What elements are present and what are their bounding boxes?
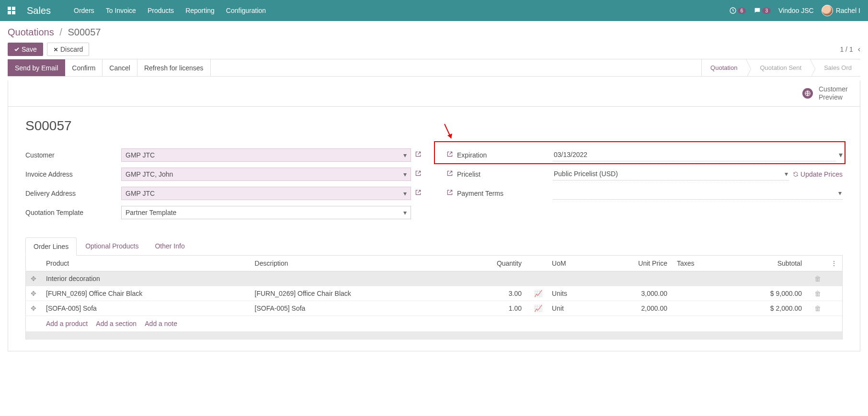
discard-button[interactable]: Discard (47, 43, 89, 56)
user-menu[interactable]: Rachel I (822, 5, 860, 16)
tab-order-lines[interactable]: Order Lines (25, 237, 77, 256)
external-link-icon[interactable] (445, 170, 454, 179)
col-taxes: Taxes (672, 256, 725, 271)
cell-taxes (672, 301, 725, 315)
activity-icon[interactable]: 6 (729, 7, 746, 14)
section-label: Interior decoration (41, 271, 807, 286)
stage-quotation[interactable]: Quotation (701, 59, 746, 76)
kebab-icon[interactable]: ⋮ (826, 256, 842, 271)
add-note-link[interactable]: Add a note (145, 320, 177, 327)
globe-icon (802, 88, 813, 99)
chat-badge: 3 (762, 8, 771, 14)
drag-handle-icon[interactable]: ✥ (26, 271, 41, 286)
drag-handle-icon[interactable]: ✥ (26, 286, 41, 301)
pricelist-select[interactable]: Public Pricelist (USD) ▾ (553, 168, 789, 180)
label-customer: Customer (25, 151, 121, 159)
nav-link-orders[interactable]: Orders (74, 7, 94, 14)
save-button[interactable]: Save (8, 43, 43, 56)
col-uom: UoM (547, 256, 596, 271)
breadcrumb-current: S00057 (68, 27, 101, 37)
nav-link-reporting[interactable]: Reporting (185, 7, 215, 14)
update-prices-link[interactable]: Update Prices (793, 170, 843, 178)
cell-taxes (672, 286, 725, 301)
activity-badge: 6 (738, 8, 746, 14)
chart-icon[interactable]: 📈 (534, 290, 542, 297)
status-bar: Send by Email Confirm Cancel Refresh for… (8, 59, 860, 77)
label-invoice-address: Invoice Address (25, 170, 121, 178)
trash-icon[interactable]: 🗑 (814, 290, 821, 297)
stage-sales-order[interactable]: Sales Ord (810, 59, 860, 76)
chat-icon[interactable]: 3 (754, 7, 771, 14)
quotation-template-select[interactable]: Partner Template ▾ (121, 206, 411, 219)
breadcrumb: Quotations / S00057 (8, 27, 860, 38)
chevron-down-icon: ▾ (403, 170, 407, 178)
breadcrumb-root[interactable]: Quotations (8, 27, 54, 37)
add-product-link[interactable]: Add a product (46, 320, 88, 327)
form-left-col: Customer GMP JTC ▾ Invoice Addr (25, 147, 423, 224)
avatar (822, 5, 833, 16)
table-header-row: Product Description Quantity UoM Unit Pr… (26, 256, 842, 271)
confirm-button[interactable]: Confirm (65, 59, 103, 76)
tab-other-info[interactable]: Other Info (147, 237, 192, 256)
nav-menu: Orders To Invoice Products Reporting Con… (74, 7, 266, 14)
form-sheet: Customer Preview S00057 Customer (8, 80, 860, 351)
pager: 1 / 1 ‹ (840, 45, 860, 54)
delivery-address-select[interactable]: GMP JTC ▾ (121, 187, 411, 200)
tab-optional-products[interactable]: Optional Products (78, 237, 146, 256)
cell-unit: 3,000.00 (596, 286, 672, 301)
chart-icon[interactable]: 📈 (534, 304, 542, 312)
record-title: S00057 (25, 118, 843, 134)
apps-icon[interactable] (8, 7, 15, 14)
col-quantity: Quantity (458, 256, 526, 271)
chevron-down-icon: ▾ (785, 170, 788, 178)
nav-link-products[interactable]: Products (148, 7, 174, 14)
tabs: Order Lines Optional Products Other Info (25, 237, 843, 256)
table-row[interactable]: ✥ [FURN_0269] Office Chair Black [FURN_0… (26, 286, 842, 301)
payment-terms-select[interactable]: ▾ (553, 187, 843, 200)
annotation-arrow-icon (443, 122, 454, 141)
external-link-icon[interactable] (414, 151, 423, 159)
table-spacer (26, 331, 842, 338)
chevron-down-icon: ▾ (838, 189, 842, 197)
label-pricelist: Pricelist (457, 170, 553, 178)
invoice-address-select[interactable]: GMP JTC, John ▾ (121, 168, 411, 181)
user-name: Rachel I (836, 7, 860, 14)
cell-description: [SOFA-005] Sofa (250, 301, 459, 315)
cell-qty: 1.00 (458, 301, 526, 315)
pager-text: 1 / 1 (840, 45, 853, 53)
stage-quotation-sent[interactable]: Quotation Sent (746, 59, 810, 76)
customer-select[interactable]: GMP JTC ▾ (121, 148, 411, 162)
external-link-icon[interactable] (414, 170, 423, 179)
brand[interactable]: Sales (27, 5, 51, 16)
company-name[interactable]: Vindoo JSC (778, 7, 814, 14)
external-link-icon[interactable] (445, 189, 454, 198)
nav-link-configuration[interactable]: Configuration (226, 7, 266, 14)
cell-product: [SOFA-005] Sofa (41, 301, 250, 315)
nav-link-to-invoice[interactable]: To Invoice (106, 7, 136, 14)
label-delivery-address: Delivery Address (25, 190, 121, 197)
annotation-highlight (434, 141, 845, 164)
cell-qty: 3.00 (458, 286, 526, 301)
cell-unit: 2,000.00 (596, 301, 672, 315)
control-bar: Quotations / S00057 Save Discard 1 / 1 ‹… (0, 21, 868, 80)
discard-label: Discard (60, 45, 83, 53)
chevron-down-icon: ▾ (403, 209, 407, 216)
refresh-licenses-button[interactable]: Refresh for licenses (137, 59, 211, 76)
pager-prev-icon[interactable]: ‹ (858, 45, 860, 54)
top-nav: Sales Orders To Invoice Products Reporti… (0, 0, 868, 21)
section-row[interactable]: ✥ Interior decoration 🗑 (26, 271, 842, 286)
cancel-button[interactable]: Cancel (103, 59, 137, 76)
trash-icon[interactable]: 🗑 (814, 275, 821, 282)
cell-description: [FURN_0269] Office Chair Black (250, 286, 459, 301)
external-link-icon[interactable] (414, 189, 423, 198)
col-subtotal: Subtotal (725, 256, 807, 271)
cell-uom: Unit (547, 301, 596, 315)
customer-preview-button[interactable]: Customer Preview (802, 85, 852, 101)
drag-handle-icon[interactable]: ✥ (26, 301, 41, 315)
cell-subtotal: $ 2,000.00 (725, 301, 807, 315)
send-email-button[interactable]: Send by Email (8, 59, 65, 76)
add-section-link[interactable]: Add a section (96, 320, 137, 327)
chevron-down-icon: ▾ (403, 151, 407, 159)
table-row[interactable]: ✥ [SOFA-005] Sofa [SOFA-005] Sofa 1.00 📈… (26, 301, 842, 315)
trash-icon[interactable]: 🗑 (814, 304, 821, 312)
